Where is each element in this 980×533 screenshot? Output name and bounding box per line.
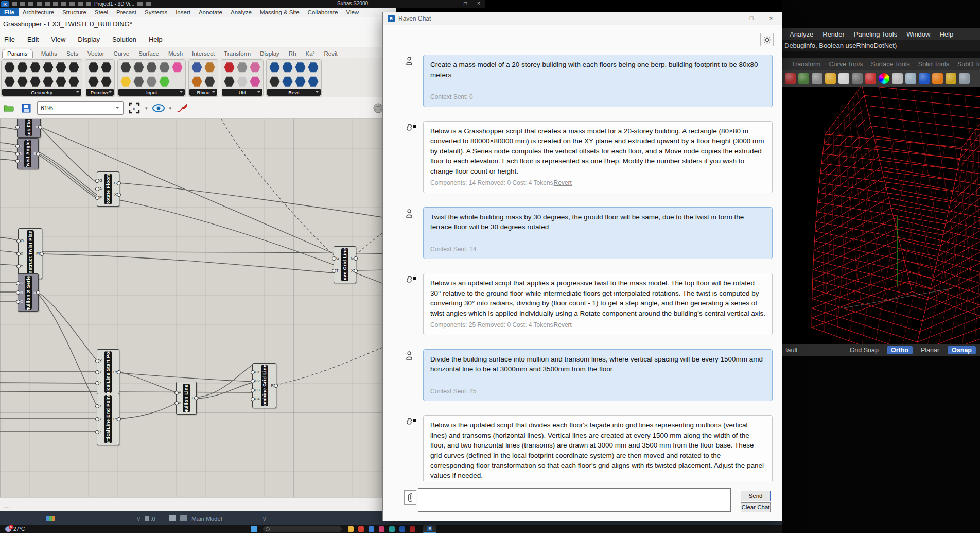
gh-input-port[interactable] xyxy=(16,239,21,243)
rhino-tab-curve-tools[interactable]: Curve Tools xyxy=(829,61,863,68)
gh-component-icon[interactable] xyxy=(146,62,157,73)
rhino-tool-icon-2[interactable] xyxy=(812,73,822,84)
attach-button[interactable] xyxy=(404,490,416,505)
section-icon[interactable] xyxy=(78,2,83,6)
gh-input-port[interactable] xyxy=(16,300,20,304)
gh-output-port[interactable] xyxy=(274,384,278,388)
list-icon-2[interactable] xyxy=(180,515,187,521)
chat-message-list[interactable]: Create a mass model of a 20 storey build… xyxy=(388,55,778,481)
ribbon-tab-precast[interactable]: Precast xyxy=(112,8,141,16)
rhino-menu-render[interactable]: Render xyxy=(822,30,845,38)
chat-settings-button[interactable] xyxy=(760,33,774,46)
taskbar-app-icon[interactable] xyxy=(399,526,405,532)
sketch-pen-icon[interactable] xyxy=(176,101,189,115)
rhino-command-line[interactable]: DebugInfo, Boolean useRhinoDotNet) xyxy=(782,40,980,51)
ribbon-tab-structure[interactable]: Structure xyxy=(58,8,91,16)
gh-menu-help[interactable]: Help xyxy=(149,36,163,43)
rhino-tool-icon-11[interactable] xyxy=(932,73,943,84)
gh-tab-surface[interactable]: Surface xyxy=(137,49,160,58)
snap-toggle-planar[interactable]: Planar xyxy=(921,347,939,354)
gh-output-port[interactable] xyxy=(194,396,198,400)
gh-component-icon[interactable] xyxy=(250,76,260,87)
gh-node-stack-floors[interactable]: Stack FloorsTX xyxy=(17,119,41,138)
rhino-tool-icon-3[interactable] xyxy=(825,73,836,84)
gh-input-port[interactable] xyxy=(16,281,20,285)
gh-tab-intersect[interactable]: Intersect xyxy=(191,49,216,58)
start-button[interactable] xyxy=(251,526,257,532)
gh-component-icon[interactable] xyxy=(237,62,248,73)
taskbar-app-icon[interactable] xyxy=(389,526,395,532)
rhino-tool-icon-7[interactable] xyxy=(879,73,889,84)
gh-output-port[interactable] xyxy=(40,252,44,256)
gh-input-port[interactable] xyxy=(16,290,20,295)
snap-toggle-ortho[interactable]: Ortho xyxy=(887,346,913,354)
gh-component-icon[interactable] xyxy=(17,62,28,73)
gh-component-icon[interactable] xyxy=(282,76,293,87)
toolbar-extra-icon[interactable] xyxy=(137,2,143,6)
gh-input-port[interactable] xyxy=(332,256,336,261)
gh-component-icon[interactable] xyxy=(17,76,28,87)
zoom-extents-icon[interactable]: x xyxy=(128,101,141,115)
preview-caret[interactable]: ▾ xyxy=(169,106,172,111)
gh-node-verticalline-end-points[interactable]: VerticalLine End PointsXYZPt xyxy=(97,393,119,445)
dropdown-caret-2[interactable]: ∨ xyxy=(262,515,266,522)
gh-input-port[interactable] xyxy=(95,381,99,385)
gh-input-port[interactable] xyxy=(251,379,255,383)
rhino-tool-icon-5[interactable] xyxy=(852,73,863,84)
gh-input-port[interactable] xyxy=(251,370,255,374)
redo-icon[interactable] xyxy=(37,2,42,6)
gh-tab-vector[interactable]: Vector xyxy=(86,49,106,58)
account-name[interactable]: Suhas.S2000 xyxy=(337,1,368,6)
gh-input-port[interactable] xyxy=(95,187,99,191)
gh-component-icon[interactable] xyxy=(159,76,170,87)
gh-component-icon[interactable] xyxy=(43,76,54,87)
rhino-menu-help[interactable]: Help xyxy=(939,30,953,38)
print-icon[interactable] xyxy=(45,2,50,6)
gh-tab-revit[interactable]: Revit xyxy=(323,49,338,58)
gh-input-port[interactable] xyxy=(95,370,99,374)
gh-tab-params[interactable]: Params xyxy=(2,49,33,58)
gh-input-port[interactable] xyxy=(95,404,99,408)
chat-text-input[interactable] xyxy=(418,488,731,512)
gh-tab-rh[interactable]: Rh xyxy=(288,49,297,58)
gh-node-move-grid-lines[interactable]: Move Grid LinesGTGX xyxy=(334,246,356,283)
close-button[interactable]: × xyxy=(472,0,485,7)
3d-view-icon[interactable] xyxy=(69,2,75,6)
gh-component-icon[interactable] xyxy=(56,62,66,73)
snap-toggle-grid-snap[interactable]: Grid Snap xyxy=(850,347,879,354)
revit-logo-icon[interactable]: R xyxy=(1,1,9,7)
gh-input-port[interactable] xyxy=(251,388,255,392)
rhino-viewport[interactable] xyxy=(782,87,980,344)
gh-component-icon[interactable] xyxy=(295,76,306,87)
gh-input-port[interactable] xyxy=(174,391,179,395)
gh-input-port[interactable] xyxy=(251,397,255,401)
gh-component-icon[interactable] xyxy=(250,62,260,73)
gh-component-icon[interactable] xyxy=(68,62,79,73)
gh-input-port[interactable] xyxy=(15,159,20,163)
ribbon-tab-view[interactable]: View xyxy=(342,8,363,16)
gh-input-port[interactable] xyxy=(95,417,99,421)
gh-tab-maths[interactable]: Maths xyxy=(40,49,58,58)
ribbon-tab-insert[interactable]: Insert xyxy=(171,8,195,16)
rhino-tool-icon-8[interactable] xyxy=(892,73,903,84)
rhino-tool-icon-12[interactable] xyxy=(946,73,956,84)
gh-output-port[interactable] xyxy=(117,370,121,374)
dropdown-caret[interactable]: ∨ xyxy=(136,515,141,522)
gh-component-icon[interactable] xyxy=(282,62,293,73)
gh-input-port[interactable] xyxy=(95,179,99,183)
open-icon[interactable] xyxy=(12,2,17,6)
gh-output-port[interactable] xyxy=(354,269,358,273)
gh-tab-ka[interactable]: Ka² xyxy=(305,49,316,58)
gh-input-port[interactable] xyxy=(16,252,21,256)
gh-output-port[interactable] xyxy=(117,417,121,421)
gh-component-icon[interactable] xyxy=(68,76,79,87)
ribbon-tab-file[interactable]: File xyxy=(0,8,19,16)
taskbar-app-icon[interactable] xyxy=(410,526,415,532)
chat-close-button[interactable]: × xyxy=(761,12,781,24)
gh-output-port[interactable] xyxy=(117,181,121,185)
zoom-extents-caret[interactable]: ▾ xyxy=(145,106,148,111)
snap-toggle-osnap[interactable]: Osnap xyxy=(948,346,976,354)
preview-eye-icon[interactable] xyxy=(152,101,165,115)
gh-component-icon[interactable] xyxy=(269,62,280,73)
gh-node-construct-twist-plane[interactable]: Construct Twist PlaneOXYPl xyxy=(18,228,42,279)
